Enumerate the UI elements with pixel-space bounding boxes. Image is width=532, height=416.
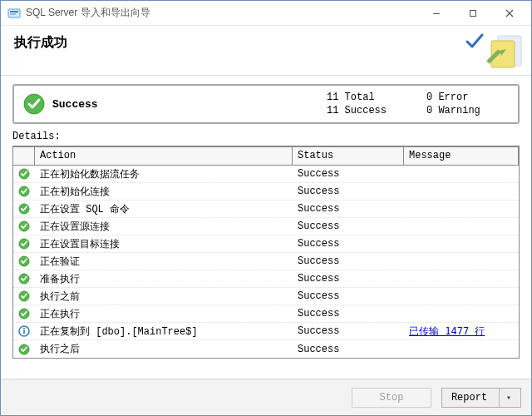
header-banner: 执行成功 bbox=[1, 26, 531, 76]
summary-error: 0 Error bbox=[426, 92, 510, 103]
cell-action: 正在设置目标连接 bbox=[35, 237, 293, 251]
cell-action: 正在设置源连接 bbox=[35, 220, 293, 234]
summary-stats: 11 Total 0 Error 11 Success 0 Warning bbox=[327, 92, 510, 116]
table-row[interactable]: 正在设置 SQL 命令Success bbox=[13, 201, 519, 218]
cell-status: Success bbox=[293, 325, 404, 337]
column-message[interactable]: Message bbox=[404, 147, 519, 165]
success-icon bbox=[13, 186, 35, 197]
column-icon[interactable] bbox=[13, 147, 35, 165]
svg-rect-3 bbox=[433, 13, 440, 14]
cell-action: 正在设置 SQL 命令 bbox=[35, 202, 293, 216]
cell-action: 准备执行 bbox=[35, 272, 293, 286]
window-title: SQL Server 导入和导出向导 bbox=[26, 6, 418, 20]
report-dropdown[interactable]: ▾ bbox=[499, 389, 511, 407]
table-row[interactable]: 正在初始化连接Success bbox=[13, 183, 519, 201]
success-icon bbox=[13, 308, 35, 319]
cell-action: 正在初始化连接 bbox=[35, 185, 293, 199]
summary-success: 11 Success bbox=[327, 105, 418, 116]
cell-action: 正在初始化数据流任务 bbox=[35, 167, 293, 181]
cell-status: Success bbox=[293, 203, 404, 215]
close-button[interactable] bbox=[491, 2, 528, 25]
cell-action: 执行之后 bbox=[35, 342, 293, 356]
svg-point-19 bbox=[23, 328, 25, 329]
content-area: Success 11 Total 0 Error 11 Success 0 Wa… bbox=[1, 76, 531, 375]
stop-button-label: Stop bbox=[380, 392, 404, 404]
column-action[interactable]: Action bbox=[35, 147, 293, 165]
svg-rect-2 bbox=[10, 13, 16, 15]
report-button-label: Report bbox=[451, 392, 487, 404]
summary-warning: 0 Warning bbox=[426, 105, 510, 116]
table-row[interactable]: 正在复制到 [dbo].[MainTree$]Success已传输 1477 行 bbox=[13, 323, 519, 340]
table-row[interactable]: 正在初始化数据流任务Success bbox=[13, 166, 519, 183]
cell-action: 执行之前 bbox=[35, 290, 293, 304]
cell-action: 正在复制到 [dbo].[MainTree$] bbox=[35, 324, 293, 339]
wizard-window: SQL Server 导入和导出向导 执行成功 bbox=[0, 0, 532, 416]
svg-rect-20 bbox=[23, 330, 25, 334]
page-title: 执行成功 bbox=[14, 34, 518, 52]
wizard-graphic-icon bbox=[475, 31, 525, 71]
app-icon bbox=[7, 7, 21, 20]
grid-body: 正在初始化数据流任务Success正在初始化连接Success正在设置 SQL … bbox=[13, 166, 519, 358]
summary-success-label: Success bbox=[52, 98, 327, 111]
cell-status: Success bbox=[293, 220, 404, 232]
stop-button: Stop bbox=[352, 388, 431, 408]
grid-header: Action Status Message bbox=[13, 147, 519, 166]
summary-total: 11 Total bbox=[327, 92, 418, 103]
success-icon bbox=[13, 238, 35, 250]
cell-status: Success bbox=[293, 273, 404, 285]
details-grid: Action Status Message 正在初始化数据流任务Success正… bbox=[12, 146, 520, 359]
cell-status: Success bbox=[293, 290, 404, 302]
svg-rect-1 bbox=[10, 11, 18, 12]
table-row[interactable]: 准备执行Success bbox=[13, 270, 519, 288]
maximize-button[interactable] bbox=[455, 2, 491, 25]
info-icon bbox=[13, 325, 35, 337]
success-icon bbox=[13, 255, 35, 267]
summary-box: Success 11 Total 0 Error 11 Success 0 Wa… bbox=[12, 84, 520, 124]
column-status[interactable]: Status bbox=[293, 147, 404, 165]
success-icon bbox=[13, 273, 35, 285]
success-icon bbox=[13, 220, 35, 232]
chevron-down-icon: ▾ bbox=[506, 393, 511, 403]
minimize-button[interactable] bbox=[418, 2, 455, 25]
cell-status: Success bbox=[293, 238, 404, 250]
svg-rect-4 bbox=[470, 10, 476, 16]
cell-status: Success bbox=[293, 186, 404, 197]
table-row[interactable]: 正在设置源连接Success bbox=[13, 218, 519, 235]
success-icon bbox=[13, 203, 35, 215]
cell-action: 正在验证 bbox=[35, 255, 293, 269]
titlebar: SQL Server 导入和导出向导 bbox=[1, 1, 531, 26]
footer-bar: Stop Report ▾ bbox=[1, 379, 531, 415]
cell-status: Success bbox=[293, 168, 404, 180]
details-label: Details: bbox=[12, 131, 520, 142]
success-icon bbox=[13, 168, 35, 180]
cell-message-link[interactable]: 已传输 1477 行 bbox=[404, 324, 519, 339]
table-row[interactable]: 执行之后Success bbox=[13, 340, 519, 358]
cell-action: 正在执行 bbox=[35, 307, 293, 321]
table-row[interactable]: 正在验证Success bbox=[13, 253, 519, 270]
cell-status: Success bbox=[293, 344, 404, 355]
report-button[interactable]: Report ▾ bbox=[441, 388, 521, 408]
success-large-icon bbox=[22, 92, 46, 116]
table-row[interactable]: 执行之前Success bbox=[13, 288, 519, 305]
cell-status: Success bbox=[293, 255, 404, 267]
success-icon bbox=[13, 290, 35, 302]
cell-status: Success bbox=[293, 308, 404, 319]
success-icon bbox=[13, 344, 35, 355]
table-row[interactable]: 正在执行Success bbox=[13, 305, 519, 323]
table-row[interactable]: 正在设置目标连接Success bbox=[13, 235, 519, 253]
